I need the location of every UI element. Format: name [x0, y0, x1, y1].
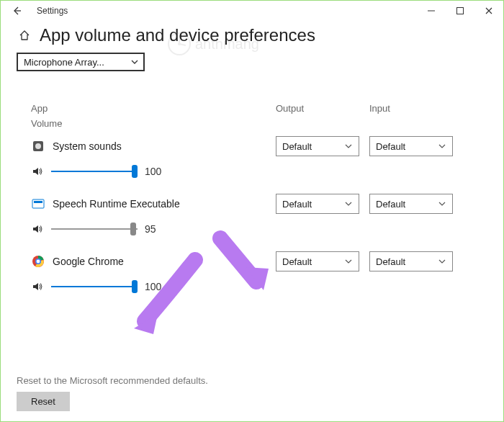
svg-point-7: [35, 143, 41, 149]
input-select[interactable]: Default: [369, 136, 453, 156]
subheader-volume: Volume: [31, 118, 487, 129]
speaker-icon[interactable]: [31, 223, 44, 235]
volume-slider-row-speech-runtime: 95: [31, 223, 487, 235]
chevron-down-icon: [438, 257, 446, 266]
content-area: App Output Input Volume System sounds De…: [1, 71, 503, 293]
output-select[interactable]: Default: [276, 251, 359, 271]
volume-value: 95: [145, 223, 163, 235]
speech-runtime-icon: [31, 197, 45, 211]
minimize-button[interactable]: [417, 1, 446, 21]
chevron-down-icon: [344, 199, 353, 208]
chevron-down-icon: [344, 257, 353, 266]
app-name: Speech Runtime Executable: [53, 198, 180, 210]
maximize-button[interactable]: [446, 1, 474, 21]
app-name: Google Chrome: [53, 256, 124, 268]
reset-note: Reset to the Microsoft recommended defau…: [17, 375, 208, 386]
input-select[interactable]: Default: [369, 194, 453, 214]
speaker-icon[interactable]: [31, 280, 44, 293]
window-title: Settings: [37, 6, 68, 16]
app-name: System sounds: [53, 140, 122, 153]
reset-button[interactable]: Reset: [17, 392, 70, 411]
volume-value: 100: [145, 166, 163, 177]
chrome-icon: [31, 254, 45, 269]
output-select[interactable]: Default: [276, 194, 359, 214]
microphone-dropdown[interactable]: Microphone Array...: [17, 53, 145, 71]
svg-rect-1: [457, 8, 464, 14]
column-headers: App Output Input: [31, 103, 487, 114]
close-button[interactable]: [474, 1, 503, 21]
volume-value: 100: [145, 281, 163, 292]
svg-point-12: [37, 260, 40, 264]
volume-slider-row-system-sounds: 100: [31, 165, 487, 178]
svg-rect-8: [32, 199, 44, 208]
app-row-system-sounds: System sounds Default Default: [31, 136, 487, 156]
page-title: App volume and device preferences: [40, 25, 315, 45]
output-select[interactable]: Default: [276, 136, 359, 156]
svg-rect-9: [34, 201, 42, 203]
svg-marker-13: [134, 314, 158, 334]
col-header-output: Output: [276, 103, 369, 114]
col-header-app: App: [31, 103, 276, 114]
volume-slider[interactable]: [51, 165, 138, 178]
volume-slider[interactable]: [51, 223, 138, 235]
volume-slider-row-google-chrome: 100: [31, 280, 487, 293]
app-row-speech-runtime: Speech Runtime Executable Default Defaul…: [31, 194, 487, 214]
input-select[interactable]: Default: [369, 251, 453, 271]
chevron-down-icon: [344, 142, 353, 151]
home-button[interactable]: [17, 27, 32, 43]
titlebar: Settings: [1, 1, 503, 21]
system-sounds-icon: [31, 139, 45, 153]
microphone-dropdown-label: Microphone Array...: [24, 57, 130, 68]
chevron-down-icon: [130, 58, 139, 66]
chevron-down-icon: [438, 199, 446, 208]
app-row-google-chrome: Google Chrome Default Default: [31, 251, 487, 271]
chevron-down-icon: [438, 142, 446, 151]
back-button[interactable]: [9, 4, 24, 18]
speaker-icon[interactable]: [31, 165, 44, 178]
page-header: App volume and device preferences: [1, 21, 503, 48]
col-header-input: Input: [369, 103, 463, 114]
volume-slider[interactable]: [51, 280, 138, 293]
reset-area: Reset to the Microsoft recommended defau…: [17, 375, 208, 411]
